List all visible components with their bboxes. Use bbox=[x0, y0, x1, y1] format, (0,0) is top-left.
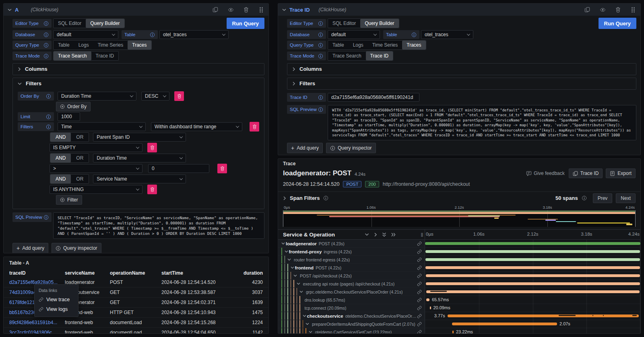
span-link-icon[interactable] bbox=[417, 265, 425, 270]
trace-id-button[interactable]: Trace ID bbox=[569, 168, 603, 178]
expand-one-icon[interactable] bbox=[374, 232, 377, 237]
span-collapse-icon[interactable] bbox=[287, 258, 291, 261]
query-type-timeseries[interactable]: Time Series bbox=[93, 41, 128, 49]
remove-order-by-button[interactable] bbox=[174, 91, 184, 101]
span-link-icon[interactable] bbox=[417, 306, 425, 310]
span-row[interactable]: frontendPOST (4.22s) bbox=[278, 264, 640, 272]
span-filters-label[interactable]: Span Filters bbox=[290, 195, 320, 201]
span-row[interactable]: frontend-proxyingress (4.22s) bbox=[278, 248, 640, 256]
span-link-icon[interactable] bbox=[417, 322, 425, 327]
column-resize-handle[interactable]: || bbox=[421, 232, 425, 237]
collapse-all-icon[interactable] bbox=[382, 232, 386, 237]
span-duration-bar[interactable] bbox=[430, 306, 431, 309]
hide-query-icon[interactable] bbox=[227, 6, 234, 13]
span-duration-bar[interactable] bbox=[452, 331, 454, 333]
sql-editor-option[interactable]: SQL Editor bbox=[328, 19, 360, 28]
filter-op-select[interactable]: IS ANYTHING▼ bbox=[50, 185, 142, 194]
and-option[interactable]: AND bbox=[50, 154, 71, 162]
span-collapse-icon[interactable] bbox=[303, 314, 306, 317]
query-inspector-button[interactable]: Query inspector bbox=[326, 143, 376, 153]
sql-editor-option[interactable]: SQL Editor bbox=[54, 19, 86, 28]
span-duration-bar[interactable] bbox=[425, 250, 640, 253]
span-link-icon[interactable] bbox=[417, 257, 425, 262]
add-order-by-button[interactable]: Order By bbox=[56, 102, 91, 111]
span-collapse-icon[interactable] bbox=[309, 331, 312, 333]
filter-field-select[interactable]: Service Name▼ bbox=[93, 175, 186, 183]
span-row[interactable]: executing api route (pages) /api/checkou… bbox=[278, 280, 640, 288]
span-link-icon[interactable] bbox=[417, 241, 425, 246]
trace-id-option[interactable]: Trace ID bbox=[366, 51, 393, 60]
filters-section[interactable]: Filters bbox=[287, 78, 636, 90]
or-option[interactable]: OR bbox=[71, 154, 89, 162]
span-duration-bar[interactable] bbox=[426, 274, 640, 277]
drag-handle-icon[interactable] bbox=[258, 6, 264, 13]
span-duration-bar[interactable] bbox=[425, 266, 640, 269]
span-row[interactable]: tcp.connect (20.09ms)20.09ms bbox=[278, 304, 640, 312]
trace-id-option[interactable]: Trace ID bbox=[91, 51, 119, 60]
trace-id-input[interactable]: d2a7155ef6a928a05680e5ff6190241d bbox=[328, 93, 419, 102]
filter-value-select[interactable]: Within dashboard time range▼ bbox=[151, 122, 242, 131]
span-link-icon[interactable] bbox=[417, 314, 425, 319]
trace-search-option[interactable]: Trace Search bbox=[328, 51, 366, 60]
order-by-dir-select[interactable]: DESC▼ bbox=[141, 92, 169, 101]
filter-field-select[interactable]: Duration Time▼ bbox=[93, 154, 186, 162]
view-trace-menu-item[interactable]: View trace bbox=[35, 295, 78, 304]
span-link-icon[interactable] bbox=[417, 290, 425, 294]
collapse-query-icon[interactable] bbox=[8, 8, 12, 11]
table-select[interactable]: otel_traces▼ bbox=[421, 30, 473, 39]
delete-query-icon[interactable] bbox=[615, 6, 621, 13]
span-collapse-icon[interactable] bbox=[281, 242, 285, 245]
prev-button[interactable]: Prev bbox=[593, 193, 613, 203]
limit-input[interactable]: 1000 bbox=[58, 112, 80, 121]
give-feedback-button[interactable]: Give feedback bbox=[526, 171, 565, 176]
query-builder-option[interactable]: Query Builder bbox=[86, 19, 124, 28]
query-type-logs[interactable]: Logs bbox=[349, 41, 368, 49]
span-row[interactable]: loadgeneratorPOST (4.23s) bbox=[278, 240, 640, 248]
query-type-logs[interactable]: Logs bbox=[74, 41, 93, 49]
query-inspector-button[interactable]: Query inspector bbox=[52, 243, 101, 253]
collapse-one-icon[interactable] bbox=[365, 233, 369, 236]
table-select[interactable]: otel_traces▼ bbox=[159, 30, 229, 39]
remove-filter-button[interactable] bbox=[217, 164, 227, 173]
span-collapse-icon[interactable] bbox=[285, 250, 288, 253]
add-query-button[interactable]: +Add query bbox=[287, 143, 323, 153]
remove-filter-button[interactable] bbox=[147, 185, 157, 194]
or-option[interactable]: OR bbox=[71, 133, 89, 142]
span-collapse-icon[interactable] bbox=[291, 266, 294, 269]
span-link-icon[interactable] bbox=[417, 298, 425, 302]
duplicate-query-icon[interactable] bbox=[212, 6, 219, 13]
run-query-button[interactable]: Run Query bbox=[599, 18, 636, 29]
trace-minimap[interactable]: 0μs1.06s2.12s3.18s4.24s bbox=[283, 205, 636, 227]
span-link-icon[interactable] bbox=[417, 273, 425, 278]
filter-field-select[interactable]: Parent Span ID▼ bbox=[93, 133, 186, 142]
remove-filter-button[interactable] bbox=[250, 122, 259, 132]
trace-search-option[interactable]: Trace Search bbox=[54, 51, 91, 60]
span-row[interactable]: POST /api/checkout (4.22s) bbox=[278, 272, 640, 280]
delete-query-icon[interactable] bbox=[243, 6, 249, 13]
span-duration-bar[interactable] bbox=[426, 282, 640, 285]
span-row[interactable]: dns.lookup (65.57ms)65.57ms bbox=[278, 296, 640, 304]
span-collapse-icon[interactable] bbox=[293, 274, 297, 277]
query-type-table[interactable]: Table bbox=[54, 41, 74, 49]
export-button[interactable]: Export bbox=[606, 168, 636, 178]
span-duration-bar[interactable] bbox=[425, 242, 640, 245]
hide-query-icon[interactable] bbox=[599, 6, 606, 13]
span-duration-bar[interactable] bbox=[425, 258, 640, 261]
and-option[interactable]: AND bbox=[50, 175, 71, 183]
span-row[interactable]: router frontend egress (4.22s) bbox=[278, 256, 640, 264]
columns-section[interactable]: Columns bbox=[12, 63, 264, 75]
span-duration-bar[interactable] bbox=[452, 323, 557, 325]
span-row[interactable]: grpc.oteldemo.CheckoutService/PlaceOrder… bbox=[278, 288, 640, 296]
view-logs-menu-item[interactable]: View logs bbox=[35, 304, 78, 314]
query-type-traces[interactable]: Traces bbox=[402, 41, 425, 49]
query-header-a[interactable]: A (ClickHouse) bbox=[4, 4, 268, 16]
expand-all-icon[interactable] bbox=[391, 232, 396, 237]
span-row[interactable]: prepareOrderItemsAndShippingQuoteFromCar… bbox=[278, 320, 640, 328]
span-link-icon[interactable] bbox=[417, 282, 425, 286]
add-filter-button[interactable]: Filter bbox=[56, 195, 82, 205]
query-builder-option[interactable]: Query Builder bbox=[360, 19, 398, 28]
drag-handle-icon[interactable] bbox=[630, 6, 636, 13]
trace-id-link[interactable]: 3cc7ccfc01941806c... bbox=[9, 330, 65, 334]
order-by-field-select[interactable]: Duration Time▼ bbox=[58, 92, 136, 101]
span-link-icon[interactable] bbox=[417, 249, 425, 254]
